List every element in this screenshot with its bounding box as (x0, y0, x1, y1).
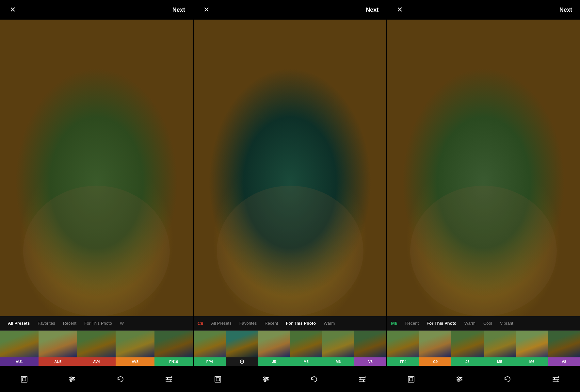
panel-1: ✕NextAll PresetsFavoritesRecentFor This … (0, 0, 194, 392)
sliders-icon[interactable] (452, 372, 467, 386)
preset-c9-icon[interactable]: ⊙ (226, 331, 258, 366)
top-bar-2: ✕Next (194, 0, 387, 20)
frame-icon[interactable] (211, 372, 225, 386)
preset-label: AV8 (116, 357, 154, 366)
preset-label: V8 (548, 357, 580, 366)
preset-thumbnail (484, 331, 516, 357)
preset-area: M6RecentFor This PhotoWarmCoolVibrantFP4… (387, 316, 580, 366)
photo-background (387, 20, 580, 316)
photo-background (194, 20, 387, 316)
next-button[interactable]: Next (559, 7, 572, 13)
tab-recent[interactable]: Recent (261, 316, 282, 331)
frame-icon[interactable] (404, 372, 418, 386)
svg-point-0 (23, 186, 170, 316)
tab-all-presets[interactable]: All Presets (4, 316, 34, 331)
svg-point-40 (459, 378, 461, 380)
photo-area (0, 20, 193, 316)
preset-thumbnail (116, 331, 154, 357)
sliders-icon[interactable] (259, 372, 273, 386)
preset-area: All PresetsFavoritesRecentFor This Photo… (0, 316, 193, 366)
preset-label: J5 (451, 357, 483, 366)
next-button[interactable]: Next (172, 7, 185, 13)
svg-point-39 (458, 377, 459, 378)
tab-recent[interactable]: Recent (401, 316, 423, 331)
preset-fp4[interactable]: FP4 (194, 331, 226, 366)
preset-m6[interactable]: M6 (322, 331, 354, 366)
close-icon[interactable]: ✕ (8, 6, 18, 14)
tab-favorites[interactable]: Favorites (235, 316, 261, 331)
preset-label: C9 (419, 357, 451, 366)
preset-av4[interactable]: AV4 (77, 331, 116, 366)
svg-point-8 (72, 378, 74, 380)
settings-icon[interactable] (355, 372, 369, 386)
preset-au1[interactable]: AU1 (0, 331, 39, 366)
next-button[interactable]: Next (366, 7, 379, 13)
tab-for-this-photo[interactable]: For This Photo (80, 316, 116, 331)
close-icon[interactable]: ✕ (395, 6, 405, 14)
svg-rect-33 (408, 376, 414, 382)
preset-label: AU1 (0, 357, 39, 366)
preset-thumbnail (290, 331, 322, 357)
sliders-icon[interactable] (65, 372, 79, 386)
history-icon[interactable] (500, 372, 515, 386)
tab-recent[interactable]: Recent (59, 316, 80, 331)
svg-rect-17 (215, 376, 221, 382)
svg-rect-1 (21, 376, 27, 382)
frame-icon[interactable] (17, 372, 31, 386)
svg-point-9 (71, 380, 72, 382)
plant-illustration (387, 20, 580, 316)
tabs-row: All PresetsFavoritesRecentFor This Photo… (0, 316, 193, 331)
preset-fn16[interactable]: FN16 (154, 331, 193, 366)
preset-m5[interactable]: M5 (484, 331, 516, 366)
preset-label: FP4 (194, 357, 226, 366)
tab-for-this-photo[interactable]: For This Photo (423, 316, 460, 331)
history-icon[interactable] (307, 372, 321, 386)
settings-icon[interactable] (549, 372, 563, 386)
preset-m5[interactable]: M5 (290, 331, 322, 366)
tab-vibrant[interactable]: Vibrant (496, 316, 517, 331)
preset-c9[interactable]: C9 (419, 331, 451, 366)
svg-point-7 (71, 377, 72, 378)
preset-thumbnail (194, 331, 226, 357)
plant-illustration (0, 20, 193, 316)
svg-point-41 (458, 380, 459, 382)
top-bar-3: ✕Next (387, 0, 580, 20)
photo-background (0, 20, 193, 316)
close-icon[interactable]: ✕ (201, 6, 211, 14)
svg-point-3 (24, 382, 24, 382)
preset-av8[interactable]: AV8 (116, 331, 154, 366)
tab-warm[interactable]: Warm (460, 316, 479, 331)
preset-area: C9All PresetsFavoritesRecentFor This Pho… (194, 316, 387, 366)
tab-w[interactable]: W (116, 316, 128, 331)
preset-label: FN16 (154, 357, 193, 366)
preset-thumbnail (322, 331, 354, 357)
tab-warm[interactable]: Warm (320, 316, 339, 331)
preset-v8[interactable]: V8 (354, 331, 386, 366)
preset-j5[interactable]: J5 (451, 331, 483, 366)
preset-v8[interactable]: V8 (548, 331, 580, 366)
svg-point-16 (217, 186, 363, 316)
app-container: ✕NextAll PresetsFavoritesRecentFor This … (0, 0, 580, 392)
svg-point-24 (266, 378, 268, 380)
svg-rect-2 (23, 378, 26, 381)
preset-thumbnail (154, 331, 193, 357)
tab-favorites[interactable]: Favorites (34, 316, 59, 331)
tab-cool[interactable]: Cool (479, 316, 496, 331)
preset-m6-active[interactable]: M6 (516, 331, 548, 366)
preset-j5[interactable]: J5 (258, 331, 290, 366)
tab-for-this-photo[interactable]: For This Photo (282, 316, 320, 331)
settings-icon[interactable] (162, 372, 176, 386)
preset-thumbnail (419, 331, 451, 357)
presets-strip: FP4⊙J5M5M6V8 (194, 331, 387, 366)
preset-thumbnail (516, 331, 548, 357)
photo-area (387, 20, 580, 316)
preset-au5[interactable]: AU5 (39, 331, 77, 366)
preset-fp4[interactable]: FP4 (387, 331, 419, 366)
preset-thumbnail (258, 331, 290, 357)
active-preset-tab: C9 (198, 316, 207, 331)
history-icon[interactable] (113, 372, 128, 386)
preset-label: M6 (516, 357, 548, 366)
tab-all-presets[interactable]: All Presets (207, 316, 235, 331)
svg-point-23 (264, 377, 266, 378)
svg-point-32 (410, 186, 557, 316)
